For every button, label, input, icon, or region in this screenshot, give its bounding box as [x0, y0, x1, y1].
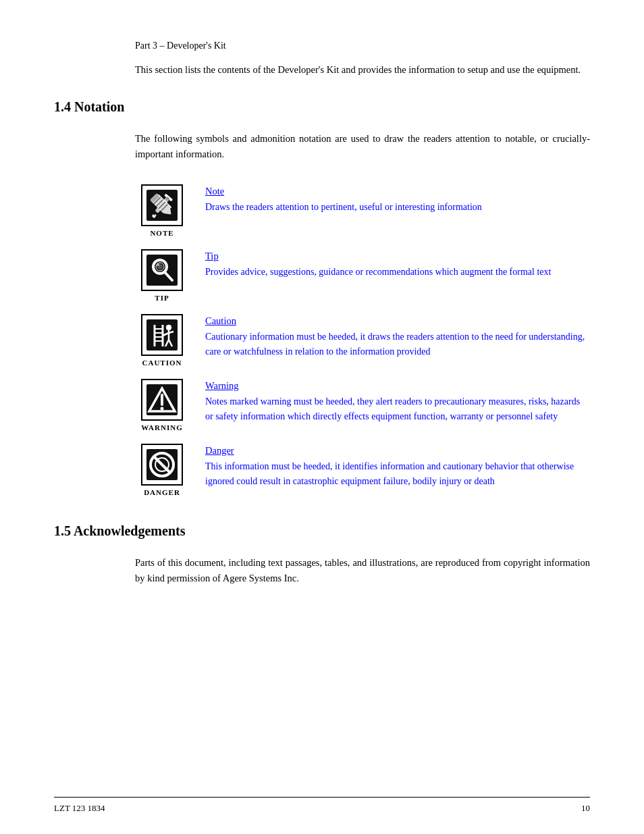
tip-desc: Provides advice, suggestions, guidance o…: [205, 267, 551, 277]
tip-icon: [141, 249, 183, 291]
notation-danger: DANGER Danger This information must be h…: [135, 444, 590, 496]
svg-point-38: [161, 407, 164, 410]
note-title: Note: [205, 186, 590, 197]
tip-label: TIP: [155, 294, 169, 302]
tip-icon-box: TIP: [135, 249, 189, 302]
notation-items: NOTE Note Draws the readers attention to…: [135, 184, 590, 496]
warning-desc: Notes marked warning must be heeded, the…: [205, 396, 580, 421]
note-desc: Draws the readers attention to pertinent…: [205, 202, 482, 212]
notation-note: NOTE Note Draws the readers attention to…: [135, 184, 590, 237]
tip-title: Tip: [205, 251, 590, 262]
caution-icon: [141, 314, 183, 356]
danger-label: DANGER: [144, 488, 180, 496]
note-text: Note Draws the readers attention to pert…: [205, 184, 590, 215]
notation-tip: TIP Tip Provides advice, suggestions, gu…: [135, 249, 590, 302]
warning-text: Warning Notes marked warning must be hee…: [205, 379, 590, 425]
danger-icon-box: DANGER: [135, 444, 189, 496]
intro-text: This section lists the contents of the D…: [135, 62, 590, 78]
page: Part 3 – Developer's Kit This section li…: [0, 0, 644, 834]
ack-text: Parts of this document, including text p…: [135, 555, 590, 586]
section-15: 1.5 Acknowledgements Parts of this docum…: [54, 523, 590, 586]
danger-title: Danger: [205, 445, 590, 457]
note-label: NOTE: [150, 229, 173, 237]
notation-warning: WARNING Warning Notes marked warning mus…: [135, 379, 590, 432]
warning-icon-box: WARNING: [135, 379, 189, 432]
footer-right: 10: [581, 803, 590, 814]
footer-left: LZT 123 1834: [54, 803, 105, 814]
caution-title: Caution: [205, 315, 590, 327]
note-icon: [141, 184, 183, 226]
notation-caution: CAUTION Caution Cautionary information m…: [135, 314, 590, 367]
danger-text: Danger This information must be heeded, …: [205, 444, 590, 490]
tip-text: Tip Provides advice, suggestions, guidan…: [205, 249, 590, 280]
caution-text: Caution Cautionary information must be h…: [205, 314, 590, 360]
note-icon-box: NOTE: [135, 184, 189, 237]
part-label: Part 3 – Developer's Kit: [135, 41, 590, 51]
caution-icon-box: CAUTION: [135, 314, 189, 367]
warning-label: WARNING: [141, 423, 182, 432]
caution-desc: Cautionary information must be heeded, i…: [205, 332, 585, 357]
svg-point-21: [157, 263, 159, 266]
section-14-heading: 1.4 Notation: [54, 99, 590, 115]
footer: LZT 123 1834 10: [54, 797, 590, 814]
warning-icon: [141, 379, 183, 421]
section-15-heading: 1.5 Acknowledgements: [54, 523, 590, 539]
danger-desc: This information must be heeded, it iden…: [205, 461, 574, 486]
warning-title: Warning: [205, 380, 590, 392]
section-14-intro: The following symbols and admonition not…: [135, 131, 590, 162]
caution-label: CAUTION: [142, 359, 182, 367]
svg-point-29: [166, 325, 171, 330]
danger-icon: [141, 444, 183, 486]
